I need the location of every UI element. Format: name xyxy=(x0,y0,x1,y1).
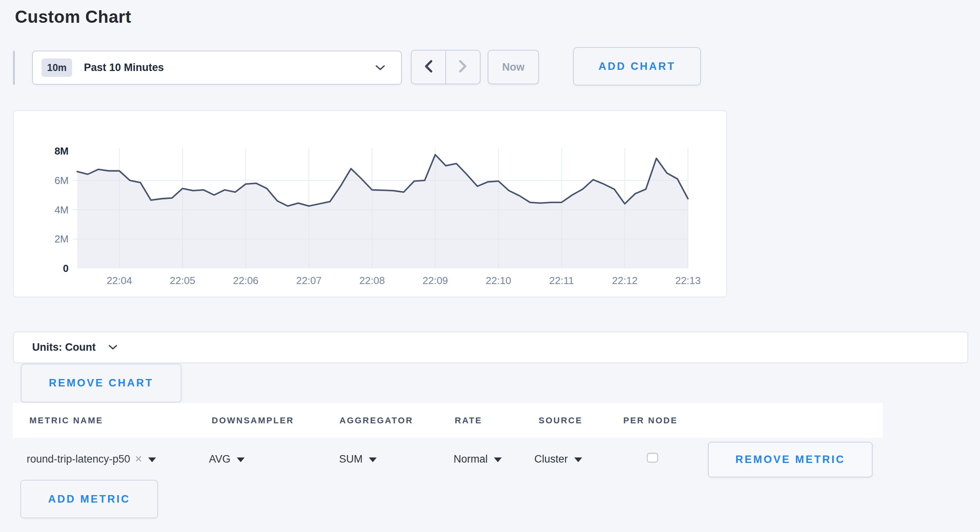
svg-text:22:04: 22:04 xyxy=(107,275,132,286)
svg-text:22:05: 22:05 xyxy=(170,275,195,286)
time-nav-group xyxy=(411,50,481,84)
chevron-left-icon xyxy=(424,60,433,75)
units-label: Units: Count xyxy=(32,341,96,353)
units-dropdown[interactable]: Units: Count xyxy=(13,332,968,363)
toolbar-accent-divider xyxy=(13,51,15,85)
time-range-label: Past 10 Minutes xyxy=(84,62,164,74)
column-header-per-node: PER NODE xyxy=(623,403,678,438)
column-header-metric-name: METRIC NAME xyxy=(29,403,103,438)
svg-text:22:09: 22:09 xyxy=(423,275,448,286)
svg-text:2M: 2M xyxy=(54,233,69,245)
caret-down-icon xyxy=(574,457,582,462)
caret-down-icon xyxy=(237,457,245,462)
svg-text:22:13: 22:13 xyxy=(675,275,701,286)
svg-text:4M: 4M xyxy=(54,204,69,216)
metric-name-dropdown[interactable]: round-trip-latency-p50 × xyxy=(27,438,156,480)
chevron-down-icon xyxy=(375,65,385,73)
svg-text:8M: 8M xyxy=(54,145,69,157)
time-forward-button[interactable] xyxy=(445,51,480,84)
timeseries-chart-card: 02M4M6M8M22:0422:0522:0622:0722:0822:092… xyxy=(13,110,727,297)
column-header-rate: RATE xyxy=(455,403,482,438)
aggregator-value: SUM xyxy=(339,453,363,465)
chevron-down-icon xyxy=(108,344,118,352)
svg-text:22:10: 22:10 xyxy=(486,275,511,286)
chevron-right-icon xyxy=(458,60,468,75)
svg-text:22:11: 22:11 xyxy=(549,275,574,286)
aggregator-dropdown[interactable]: SUM xyxy=(339,438,377,480)
column-header-aggregator: AGGREGATOR xyxy=(339,403,413,438)
downsampler-dropdown[interactable]: AVG xyxy=(209,438,245,480)
remove-tag-icon[interactable]: × xyxy=(135,452,142,466)
per-node-checkbox[interactable] xyxy=(647,453,658,463)
metrics-table-header: METRIC NAME DOWNSAMPLER AGGREGATOR RATE … xyxy=(13,403,883,438)
svg-text:22:12: 22:12 xyxy=(612,275,637,286)
column-header-downsampler: DOWNSAMPLER xyxy=(212,403,294,438)
caret-down-icon xyxy=(369,457,377,462)
now-button[interactable]: Now xyxy=(488,50,539,84)
time-back-button[interactable] xyxy=(412,51,445,84)
add-metric-button[interactable]: ADD METRIC xyxy=(20,480,158,518)
svg-text:22:08: 22:08 xyxy=(359,275,385,286)
rate-value: Normal xyxy=(454,453,488,465)
svg-text:0: 0 xyxy=(63,262,69,274)
time-scale-badge: 10m xyxy=(42,58,72,77)
rate-dropdown[interactable]: Normal xyxy=(454,438,502,480)
column-header-source: SOURCE xyxy=(539,403,583,438)
remove-chart-button[interactable]: REMOVE CHART xyxy=(21,364,181,403)
caret-down-icon xyxy=(148,457,156,462)
source-dropdown[interactable]: Cluster xyxy=(534,438,582,480)
timeseries-chart: 02M4M6M8M22:0422:0522:0622:0722:0822:092… xyxy=(14,111,726,297)
downsampler-value: AVG xyxy=(209,453,230,465)
add-chart-button[interactable]: ADD CHART xyxy=(573,47,701,86)
svg-text:22:07: 22:07 xyxy=(296,275,321,286)
time-range-dropdown[interactable]: 10m Past 10 Minutes xyxy=(32,51,402,85)
svg-text:6M: 6M xyxy=(54,175,69,186)
svg-text:22:06: 22:06 xyxy=(233,275,258,286)
caret-down-icon xyxy=(494,457,502,462)
page-title: Custom Chart xyxy=(15,7,131,27)
metric-name-value: round-trip-latency-p50 xyxy=(27,453,130,465)
source-value: Cluster xyxy=(534,453,568,465)
remove-metric-button[interactable]: REMOVE METRIC xyxy=(708,442,873,477)
